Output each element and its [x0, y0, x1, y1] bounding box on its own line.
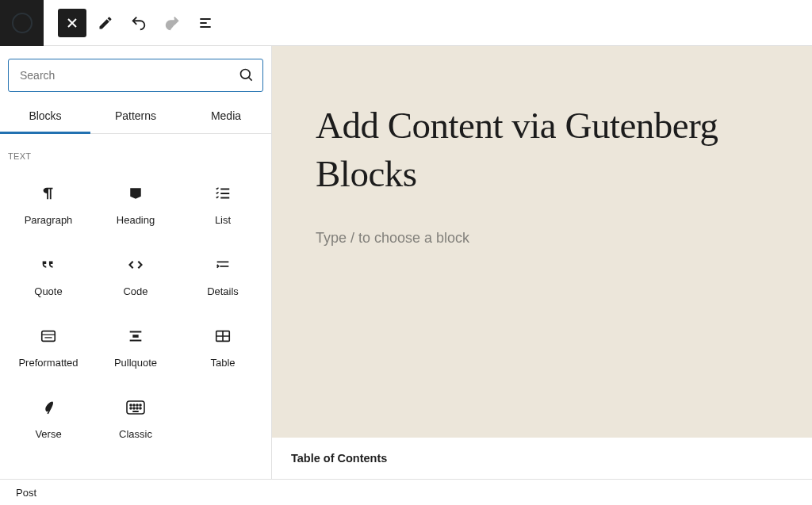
- pencil-icon: [98, 15, 113, 31]
- block-placeholder[interactable]: Type / to choose a block: [316, 230, 812, 247]
- list-icon: [214, 185, 232, 202]
- svg-point-11: [136, 407, 138, 409]
- block-label: Code: [123, 285, 147, 297]
- block-verse[interactable]: Verse: [5, 383, 92, 454]
- block-label: Preformatted: [18, 357, 78, 369]
- editor-area: Add Content via Gutenberg Blocks Type / …: [272, 46, 812, 479]
- tab-blocks[interactable]: Blocks: [0, 100, 90, 133]
- overview-icon: [197, 15, 213, 31]
- editor-canvas[interactable]: Add Content via Gutenberg Blocks Type / …: [272, 46, 812, 438]
- blocks-grid: Paragraph Heading List Quote Code Detail: [0, 169, 271, 454]
- classic-icon: [126, 400, 145, 415]
- code-icon: [126, 257, 145, 273]
- preformatted-icon: [40, 327, 57, 345]
- search-icon: [239, 67, 255, 83]
- svg-rect-13: [132, 411, 139, 412]
- block-label: Classic: [119, 428, 152, 440]
- svg-point-12: [140, 407, 141, 409]
- block-label: Details: [207, 285, 239, 297]
- toolbar-buttons-group: [44, 9, 220, 37]
- logo-icon: [12, 13, 33, 33]
- block-code[interactable]: Code: [92, 240, 179, 312]
- block-quote[interactable]: Quote: [5, 240, 92, 312]
- heading-icon: [128, 186, 143, 201]
- block-label: Verse: [35, 428, 61, 440]
- block-table[interactable]: Table: [179, 312, 266, 383]
- block-pullquote[interactable]: Pullquote: [92, 312, 179, 383]
- tools-button[interactable]: [91, 9, 120, 37]
- svg-point-5: [130, 404, 132, 406]
- close-inserter-button[interactable]: [58, 9, 86, 37]
- table-icon: [214, 327, 232, 345]
- block-label: Pullquote: [114, 357, 157, 369]
- table-of-contents-heading: Table of Contents: [272, 438, 812, 479]
- paragraph-icon: [40, 185, 57, 202]
- inserter-tabs: Blocks Patterns Media: [0, 100, 271, 134]
- footer-breadcrumb[interactable]: Post: [0, 479, 812, 505]
- block-inserter-panel: Blocks Patterns Media TEXT Paragraph Hea…: [0, 46, 272, 479]
- quote-icon: [40, 256, 57, 274]
- category-text-label: TEXT: [0, 134, 271, 169]
- details-icon: [214, 256, 232, 274]
- undo-button[interactable]: [124, 9, 153, 37]
- wp-logo-button[interactable]: [0, 0, 44, 46]
- search-box[interactable]: [8, 59, 263, 92]
- svg-rect-1: [42, 331, 56, 341]
- block-classic[interactable]: Classic: [92, 383, 179, 454]
- document-overview-button[interactable]: [191, 9, 220, 37]
- block-paragraph[interactable]: Paragraph: [5, 169, 92, 240]
- block-label: List: [215, 214, 231, 226]
- tab-media[interactable]: Media: [181, 100, 271, 133]
- svg-rect-2: [132, 335, 138, 338]
- svg-point-9: [130, 407, 132, 409]
- svg-point-0: [241, 70, 251, 79]
- search-input[interactable]: [20, 69, 239, 82]
- breadcrumb-post[interactable]: Post: [16, 487, 36, 499]
- close-icon: [66, 17, 79, 29]
- svg-point-10: [133, 407, 135, 409]
- block-label: Heading: [117, 214, 155, 226]
- svg-point-7: [136, 404, 138, 406]
- pullquote-icon: [127, 327, 144, 345]
- block-preformatted[interactable]: Preformatted: [5, 312, 92, 383]
- verse-icon: [40, 399, 56, 416]
- tab-patterns[interactable]: Patterns: [90, 100, 181, 133]
- post-title[interactable]: Add Content via Gutenberg Blocks: [316, 101, 812, 198]
- block-label: Quote: [34, 285, 62, 297]
- svg-point-8: [140, 404, 141, 406]
- top-toolbar: [0, 0, 812, 46]
- block-heading[interactable]: Heading: [92, 169, 179, 240]
- redo-icon: [163, 14, 181, 32]
- redo-button[interactable]: [158, 9, 186, 37]
- block-details[interactable]: Details: [179, 240, 266, 312]
- main-area: Blocks Patterns Media TEXT Paragraph Hea…: [0, 46, 812, 479]
- block-label: Table: [210, 357, 235, 369]
- block-label: Paragraph: [25, 214, 73, 226]
- svg-point-6: [133, 404, 135, 406]
- undo-icon: [130, 14, 147, 32]
- block-list[interactable]: List: [179, 169, 266, 240]
